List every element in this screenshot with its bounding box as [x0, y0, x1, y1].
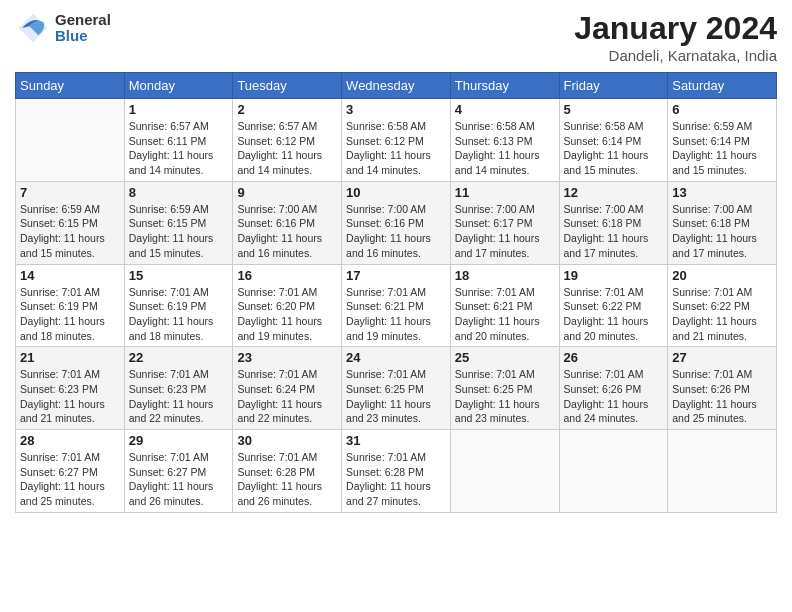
- day-number: 25: [455, 350, 555, 365]
- day-number: 2: [237, 102, 337, 117]
- calendar-cell: 6Sunrise: 6:59 AMSunset: 6:14 PMDaylight…: [668, 99, 777, 182]
- day-info: Sunrise: 6:58 AMSunset: 6:12 PMDaylight:…: [346, 119, 446, 178]
- calendar-week-row: 21Sunrise: 7:01 AMSunset: 6:23 PMDayligh…: [16, 347, 777, 430]
- day-info: Sunrise: 7:01 AMSunset: 6:23 PMDaylight:…: [20, 367, 120, 426]
- day-number: 18: [455, 268, 555, 283]
- day-info: Sunrise: 7:00 AMSunset: 6:18 PMDaylight:…: [564, 202, 664, 261]
- day-info: Sunrise: 7:01 AMSunset: 6:23 PMDaylight:…: [129, 367, 229, 426]
- logo-general-text: General: [55, 12, 111, 29]
- day-number: 24: [346, 350, 446, 365]
- day-number: 1: [129, 102, 229, 117]
- day-info: Sunrise: 7:01 AMSunset: 6:27 PMDaylight:…: [20, 450, 120, 509]
- calendar-cell: 3Sunrise: 6:58 AMSunset: 6:12 PMDaylight…: [342, 99, 451, 182]
- calendar-cell: 29Sunrise: 7:01 AMSunset: 6:27 PMDayligh…: [124, 430, 233, 513]
- calendar-cell: 10Sunrise: 7:00 AMSunset: 6:16 PMDayligh…: [342, 181, 451, 264]
- day-info: Sunrise: 6:58 AMSunset: 6:13 PMDaylight:…: [455, 119, 555, 178]
- calendar-cell: 13Sunrise: 7:00 AMSunset: 6:18 PMDayligh…: [668, 181, 777, 264]
- day-number: 8: [129, 185, 229, 200]
- day-info: Sunrise: 6:57 AMSunset: 6:11 PMDaylight:…: [129, 119, 229, 178]
- calendar-cell: [559, 430, 668, 513]
- day-number: 14: [20, 268, 120, 283]
- weekday-header-wednesday: Wednesday: [342, 73, 451, 99]
- day-info: Sunrise: 7:01 AMSunset: 6:24 PMDaylight:…: [237, 367, 337, 426]
- day-info: Sunrise: 7:00 AMSunset: 6:17 PMDaylight:…: [455, 202, 555, 261]
- title-block: January 2024 Dandeli, Karnataka, India: [574, 10, 777, 64]
- day-number: 17: [346, 268, 446, 283]
- day-info: Sunrise: 7:01 AMSunset: 6:21 PMDaylight:…: [455, 285, 555, 344]
- day-info: Sunrise: 7:00 AMSunset: 6:16 PMDaylight:…: [237, 202, 337, 261]
- weekday-header-row: SundayMondayTuesdayWednesdayThursdayFrid…: [16, 73, 777, 99]
- day-number: 6: [672, 102, 772, 117]
- calendar-cell: 5Sunrise: 6:58 AMSunset: 6:14 PMDaylight…: [559, 99, 668, 182]
- day-number: 21: [20, 350, 120, 365]
- day-number: 23: [237, 350, 337, 365]
- day-info: Sunrise: 6:59 AMSunset: 6:14 PMDaylight:…: [672, 119, 772, 178]
- calendar-cell: 14Sunrise: 7:01 AMSunset: 6:19 PMDayligh…: [16, 264, 125, 347]
- day-info: Sunrise: 6:58 AMSunset: 6:14 PMDaylight:…: [564, 119, 664, 178]
- day-number: 26: [564, 350, 664, 365]
- day-number: 22: [129, 350, 229, 365]
- calendar-cell: 16Sunrise: 7:01 AMSunset: 6:20 PMDayligh…: [233, 264, 342, 347]
- calendar-table: SundayMondayTuesdayWednesdayThursdayFrid…: [15, 72, 777, 513]
- day-info: Sunrise: 6:59 AMSunset: 6:15 PMDaylight:…: [129, 202, 229, 261]
- day-info: Sunrise: 7:00 AMSunset: 6:16 PMDaylight:…: [346, 202, 446, 261]
- day-number: 9: [237, 185, 337, 200]
- calendar-cell: 1Sunrise: 6:57 AMSunset: 6:11 PMDaylight…: [124, 99, 233, 182]
- day-number: 5: [564, 102, 664, 117]
- weekday-header-monday: Monday: [124, 73, 233, 99]
- calendar-title: January 2024: [574, 10, 777, 47]
- calendar-cell: 12Sunrise: 7:00 AMSunset: 6:18 PMDayligh…: [559, 181, 668, 264]
- day-number: 13: [672, 185, 772, 200]
- day-info: Sunrise: 7:01 AMSunset: 6:26 PMDaylight:…: [672, 367, 772, 426]
- calendar-cell: 28Sunrise: 7:01 AMSunset: 6:27 PMDayligh…: [16, 430, 125, 513]
- day-info: Sunrise: 7:01 AMSunset: 6:20 PMDaylight:…: [237, 285, 337, 344]
- calendar-cell: [668, 430, 777, 513]
- calendar-cell: 20Sunrise: 7:01 AMSunset: 6:22 PMDayligh…: [668, 264, 777, 347]
- day-number: 10: [346, 185, 446, 200]
- calendar-cell: 2Sunrise: 6:57 AMSunset: 6:12 PMDaylight…: [233, 99, 342, 182]
- day-info: Sunrise: 7:01 AMSunset: 6:22 PMDaylight:…: [672, 285, 772, 344]
- day-number: 31: [346, 433, 446, 448]
- day-info: Sunrise: 7:01 AMSunset: 6:21 PMDaylight:…: [346, 285, 446, 344]
- calendar-cell: 21Sunrise: 7:01 AMSunset: 6:23 PMDayligh…: [16, 347, 125, 430]
- calendar-cell: 8Sunrise: 6:59 AMSunset: 6:15 PMDaylight…: [124, 181, 233, 264]
- calendar-cell: 17Sunrise: 7:01 AMSunset: 6:21 PMDayligh…: [342, 264, 451, 347]
- day-number: 29: [129, 433, 229, 448]
- calendar-week-row: 1Sunrise: 6:57 AMSunset: 6:11 PMDaylight…: [16, 99, 777, 182]
- weekday-header-friday: Friday: [559, 73, 668, 99]
- day-info: Sunrise: 7:01 AMSunset: 6:28 PMDaylight:…: [237, 450, 337, 509]
- logo-blue-text: Blue: [55, 28, 111, 45]
- calendar-cell: 23Sunrise: 7:01 AMSunset: 6:24 PMDayligh…: [233, 347, 342, 430]
- calendar-cell: 22Sunrise: 7:01 AMSunset: 6:23 PMDayligh…: [124, 347, 233, 430]
- day-number: 20: [672, 268, 772, 283]
- day-info: Sunrise: 7:01 AMSunset: 6:19 PMDaylight:…: [20, 285, 120, 344]
- day-number: 12: [564, 185, 664, 200]
- day-info: Sunrise: 7:01 AMSunset: 6:22 PMDaylight:…: [564, 285, 664, 344]
- day-number: 7: [20, 185, 120, 200]
- calendar-cell: 25Sunrise: 7:01 AMSunset: 6:25 PMDayligh…: [450, 347, 559, 430]
- calendar-week-row: 14Sunrise: 7:01 AMSunset: 6:19 PMDayligh…: [16, 264, 777, 347]
- calendar-cell: 7Sunrise: 6:59 AMSunset: 6:15 PMDaylight…: [16, 181, 125, 264]
- day-info: Sunrise: 7:01 AMSunset: 6:25 PMDaylight:…: [346, 367, 446, 426]
- calendar-cell: 26Sunrise: 7:01 AMSunset: 6:26 PMDayligh…: [559, 347, 668, 430]
- weekday-header-tuesday: Tuesday: [233, 73, 342, 99]
- day-number: 16: [237, 268, 337, 283]
- day-info: Sunrise: 6:57 AMSunset: 6:12 PMDaylight:…: [237, 119, 337, 178]
- calendar-cell: 18Sunrise: 7:01 AMSunset: 6:21 PMDayligh…: [450, 264, 559, 347]
- calendar-cell: 31Sunrise: 7:01 AMSunset: 6:28 PMDayligh…: [342, 430, 451, 513]
- day-number: 15: [129, 268, 229, 283]
- day-number: 27: [672, 350, 772, 365]
- calendar-cell: 24Sunrise: 7:01 AMSunset: 6:25 PMDayligh…: [342, 347, 451, 430]
- calendar-subtitle: Dandeli, Karnataka, India: [574, 47, 777, 64]
- logo-icon: [15, 10, 51, 46]
- calendar-cell: 19Sunrise: 7:01 AMSunset: 6:22 PMDayligh…: [559, 264, 668, 347]
- day-info: Sunrise: 6:59 AMSunset: 6:15 PMDaylight:…: [20, 202, 120, 261]
- calendar-cell: [450, 430, 559, 513]
- calendar-cell: 9Sunrise: 7:00 AMSunset: 6:16 PMDaylight…: [233, 181, 342, 264]
- weekday-header-saturday: Saturday: [668, 73, 777, 99]
- calendar-cell: 4Sunrise: 6:58 AMSunset: 6:13 PMDaylight…: [450, 99, 559, 182]
- calendar-cell: 15Sunrise: 7:01 AMSunset: 6:19 PMDayligh…: [124, 264, 233, 347]
- day-number: 28: [20, 433, 120, 448]
- day-number: 4: [455, 102, 555, 117]
- day-info: Sunrise: 7:01 AMSunset: 6:26 PMDaylight:…: [564, 367, 664, 426]
